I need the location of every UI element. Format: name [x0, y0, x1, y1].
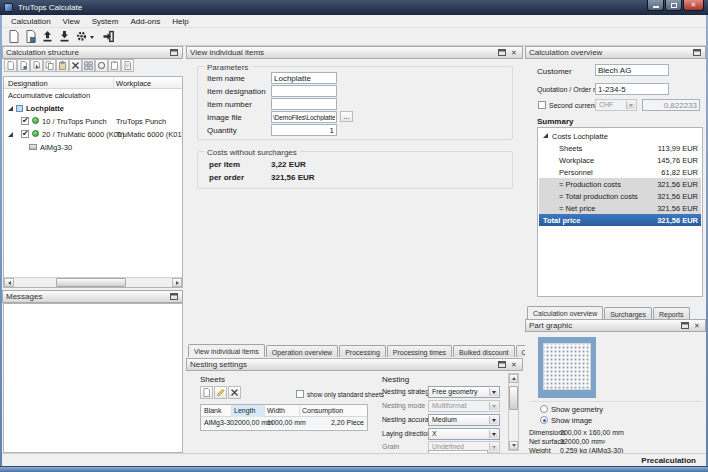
sheet-row[interactable]: AlMg3-30 2000,00 mm 1000,00 mm 2,20 Piec…: [201, 417, 367, 429]
scroll-down-icon[interactable]: [509, 441, 518, 450]
tree-row[interactable]: AlMg3-30: [4, 141, 182, 154]
per-item-value: 3,22 EUR: [271, 160, 306, 169]
exchange-rate-input: [642, 99, 700, 111]
column-width[interactable]: Width: [267, 407, 285, 414]
nesting-accuracy-select[interactable]: Medium: [428, 414, 500, 426]
column-workplace[interactable]: Workplace: [116, 79, 151, 88]
browse-button[interactable]: ...: [340, 111, 353, 122]
summary-row[interactable]: Workplace 145,76 EUR: [539, 154, 701, 166]
menu-system[interactable]: System: [86, 16, 125, 27]
undock-icon[interactable]: [680, 321, 690, 330]
item-designation-input[interactable]: [271, 85, 337, 97]
column-designation[interactable]: Designation: [8, 79, 48, 88]
paste-icon[interactable]: [56, 59, 69, 72]
copy-icon[interactable]: [43, 59, 56, 72]
undock-icon[interactable]: [692, 48, 702, 57]
tab-calculation-overview[interactable]: Calculation overview: [527, 306, 603, 319]
expand-icon[interactable]: [543, 133, 548, 138]
close-icon[interactable]: ✕: [683, 0, 704, 11]
scroll-left-icon[interactable]: [4, 278, 14, 287]
item-number-input[interactable]: [271, 98, 337, 110]
status-ok-icon: [32, 130, 39, 137]
maximize-icon[interactable]: [665, 0, 682, 11]
tab-bulked-discount[interactable]: Bulked discount: [453, 345, 514, 357]
customer-input[interactable]: [595, 64, 669, 76]
clipboard-icon[interactable]: [108, 59, 121, 72]
delete-sheet-icon[interactable]: [228, 386, 241, 399]
show-geometry-radio[interactable]: [540, 405, 548, 413]
new-icon[interactable]: [4, 59, 17, 72]
import-icon[interactable]: [39, 29, 56, 45]
menu-help[interactable]: Help: [166, 16, 194, 27]
tree-row[interactable]: 20 / TruMatic 6000 (K01) TruMatic 6000 (…: [4, 128, 182, 141]
settings-gear-icon[interactable]: [73, 29, 90, 45]
tree-row[interactable]: 10 / TruTops Punch TruTops Punch: [4, 115, 182, 128]
menu-calculation[interactable]: Calculation: [5, 16, 57, 27]
laying-direction-select[interactable]: X: [428, 428, 500, 440]
undock-icon[interactable]: [169, 48, 179, 57]
image-file-input[interactable]: [271, 111, 337, 123]
menu-add-ons[interactable]: Add-ons: [124, 16, 166, 27]
tab-reports[interactable]: Reports: [653, 307, 690, 319]
operation-checkbox[interactable]: [21, 130, 29, 138]
column-length[interactable]: Length: [234, 407, 255, 414]
quotation-input[interactable]: [595, 83, 669, 95]
summary-total-row[interactable]: Total price 321,56 EUR: [539, 214, 701, 226]
scroll-thumb[interactable]: [509, 386, 518, 410]
summary-root-row[interactable]: Costs Lochplatte: [539, 130, 701, 142]
column-blank[interactable]: Blank: [204, 407, 222, 414]
select-icon[interactable]: [30, 59, 43, 72]
summary-label: Summary: [537, 117, 573, 126]
close-panel-icon[interactable]: ✕: [509, 360, 519, 369]
item-name-input[interactable]: [271, 72, 337, 84]
tree-row[interactable]: Lochplatte: [4, 102, 182, 115]
notes-icon[interactable]: [121, 59, 134, 72]
tree-row[interactable]: Accumulative calculation: [4, 89, 182, 102]
summary-subtotal-row[interactable]: = Production costs 321,56 EUR: [539, 178, 701, 190]
scroll-thumb[interactable]: [56, 278, 126, 287]
undock-icon[interactable]: [497, 360, 507, 369]
delete-icon[interactable]: [69, 59, 82, 72]
window-title: TruTops Calculate: [18, 3, 82, 12]
close-panel-icon[interactable]: ✕: [692, 321, 702, 330]
column-consumption[interactable]: Consumption: [302, 407, 343, 414]
undock-icon[interactable]: [497, 48, 507, 57]
expand-icon[interactable]: [8, 106, 13, 111]
summary-row[interactable]: Sheets 113,99 EUR: [539, 142, 701, 154]
scroll-right-icon[interactable]: [172, 278, 182, 287]
export-icon[interactable]: [56, 29, 73, 45]
expand-icon[interactable]: [8, 132, 13, 137]
scroll-up-icon[interactable]: [509, 374, 518, 383]
chevron-down-icon: [489, 388, 498, 396]
main-toolbar: [0, 28, 708, 46]
tab-surcharges[interactable]: Surcharges: [604, 307, 652, 319]
tab-processing-times[interactable]: Processing times: [387, 345, 452, 357]
quantity-input[interactable]: [271, 124, 337, 136]
status-icon[interactable]: [95, 59, 108, 72]
nesting-strategy-select[interactable]: Free geometry: [428, 386, 500, 398]
edit-sheet-icon[interactable]: [214, 386, 227, 399]
nesting-v-scrollbar[interactable]: [508, 373, 519, 451]
group-icon[interactable]: [82, 59, 95, 72]
show-image-radio[interactable]: [540, 416, 548, 424]
close-panel-icon[interactable]: ✕: [509, 48, 519, 57]
undock-icon[interactable]: [169, 292, 179, 301]
save-icon[interactable]: [17, 59, 30, 72]
exit-icon[interactable]: [100, 29, 117, 45]
summary-subtotal-row[interactable]: = Net price 321,56 EUR: [539, 202, 701, 214]
tree-h-scrollbar[interactable]: [4, 277, 182, 287]
operation-checkbox[interactable]: [21, 117, 29, 125]
tab-processing[interactable]: Processing: [339, 345, 386, 357]
tab-operation-overview[interactable]: Operation overview: [266, 345, 338, 357]
new-calculation-icon[interactable]: [5, 29, 22, 45]
settings-dropdown-icon[interactable]: [90, 36, 94, 41]
new-sheet-icon[interactable]: [200, 386, 213, 399]
summary-subtotal-row[interactable]: = Total production costs 321,56 EUR: [539, 190, 701, 202]
tab-view-individual-items[interactable]: View individual items: [188, 344, 265, 357]
minimize-icon[interactable]: [647, 0, 664, 11]
save-calculation-icon[interactable]: [22, 29, 39, 45]
menu-view[interactable]: View: [57, 16, 86, 27]
second-currency-checkbox[interactable]: [538, 101, 546, 109]
standard-sheets-checkbox[interactable]: [296, 390, 304, 398]
summary-row[interactable]: Personnel 61,82 EUR: [539, 166, 701, 178]
